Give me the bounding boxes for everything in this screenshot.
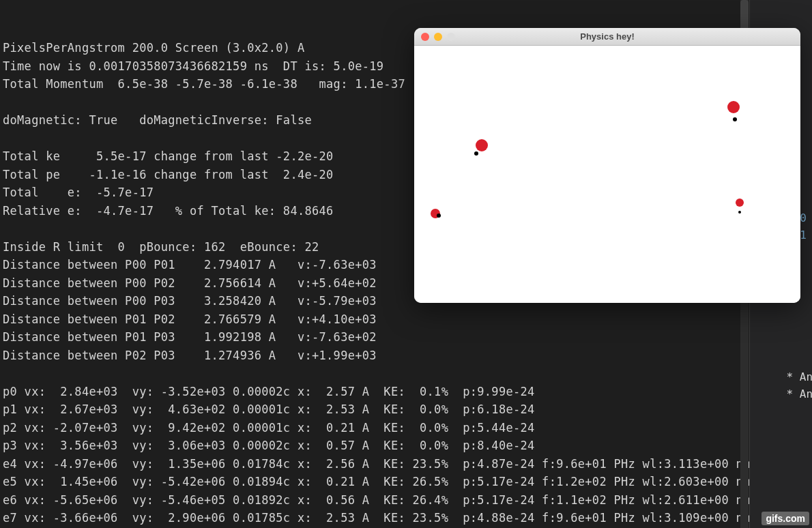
- terminal-line: [3, 364, 809, 383]
- simulation-canvas: [414, 46, 800, 303]
- terminal-line: e4 vx: -4.97e+06 vy: 1.35e+06 0.01784c x…: [3, 455, 809, 473]
- right-panel-text-2: * Angst: [787, 387, 812, 400]
- particle: [474, 151, 478, 156]
- terminal-line: p1 vx: 2.67e+03 vy: 4.63e+02 0.00001c x:…: [3, 400, 809, 419]
- window-title: Physics hey!: [414, 31, 800, 42]
- simulation-window[interactable]: Physics hey!: [414, 28, 800, 303]
- particle: [476, 139, 488, 151]
- terminal-line: e5 vx: 1.45e+06 vy: -5.42e+06 0.01894c x…: [3, 473, 809, 491]
- watermark: gifs.com: [762, 512, 809, 525]
- terminal-line: p2 vx: -2.07e+03 vy: 9.42e+02 0.00001c x…: [3, 419, 809, 437]
- right-panel-num-0: 0: [800, 211, 807, 224]
- terminal-line: p3 vx: 3.56e+03 vy: 3.06e+03 0.00002c x:…: [3, 437, 809, 455]
- particle: [733, 117, 737, 121]
- terminal-line: e6 vx: -5.65e+06 vy: -5.46e+05 0.01892c …: [3, 491, 809, 510]
- window-titlebar[interactable]: Physics hey!: [414, 28, 800, 46]
- terminal-line: Distance between P01 P03 1.992198 A v:-7…: [3, 328, 809, 347]
- particle: [736, 199, 744, 207]
- terminal-line: p0 vx: 2.84e+03 vy: -3.52e+03 0.00002c x…: [3, 383, 809, 401]
- right-panel-num-1: 1: [800, 229, 807, 241]
- terminal-line: e7 vx: -3.66e+06 vy: 2.90e+06 0.01785c x…: [3, 509, 809, 527]
- particle: [727, 101, 740, 113]
- right-panel-text-1: * Angst: [787, 370, 812, 383]
- terminal-line: Distance between P02 P03 1.274936 A v:+1…: [3, 347, 809, 365]
- particle: [738, 211, 741, 214]
- particle: [437, 214, 441, 218]
- terminal-line: Distance between P01 P02 2.766579 A v:+4…: [3, 310, 809, 329]
